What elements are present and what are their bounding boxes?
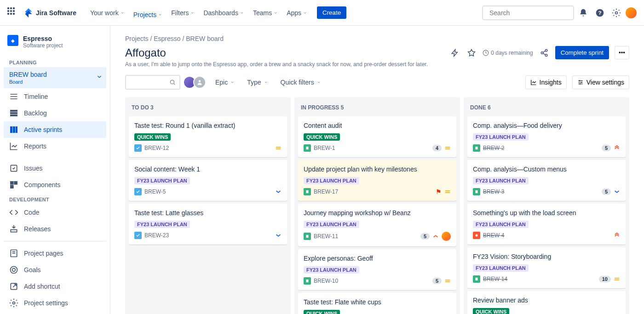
issue-card[interactable]: Taste test: Round 1 (vanilla extract) QU… <box>129 116 287 157</box>
svg-rect-12 <box>14 182 17 185</box>
star-icon[interactable] <box>466 47 477 58</box>
svg-rect-25 <box>276 147 281 148</box>
issue-card[interactable]: FY23 Vision: Storyboarding FY23 LAUNCH P… <box>467 247 626 288</box>
card-title: Something's up with the load screen <box>473 209 620 217</box>
sidebar-project-settings[interactable]: Project settings <box>4 295 106 311</box>
card-title: Journey mapping workshop w/ Beanz <box>304 209 451 217</box>
quick-filters[interactable]: Quick filters <box>277 76 324 89</box>
svg-point-15 <box>11 267 17 274</box>
issue-card[interactable]: Taste test: Latte glasses FY23 LAUNCH PL… <box>129 204 287 245</box>
issue-card[interactable]: Comp. analysis—Custom menus FY23 LAUNCH … <box>467 160 626 201</box>
epic-tag[interactable]: FY23 LAUNCH PLAN <box>134 221 190 228</box>
svg-rect-8 <box>13 126 15 132</box>
epic-tag[interactable]: FY23 LAUNCH PLAN <box>473 133 529 141</box>
issue-key: BREW-23 <box>144 232 169 239</box>
svg-rect-42 <box>615 280 620 280</box>
sidebar-backlog[interactable]: Backlog <box>4 105 106 121</box>
insights-button[interactable]: Insights <box>525 75 567 89</box>
svg-rect-37 <box>476 147 478 149</box>
svg-point-3 <box>615 11 618 14</box>
issue-card[interactable]: Social content: Week 1 FY23 LAUNCH PLAN … <box>129 160 287 201</box>
user-avatar[interactable] <box>626 7 637 18</box>
card-title: Comp. analysis—Food delivery <box>473 122 620 129</box>
product-logo[interactable]: Jira Software <box>24 8 76 17</box>
epic-tag[interactable]: FY23 LAUNCH PLAN <box>473 264 529 272</box>
svg-rect-30 <box>306 190 309 193</box>
share-icon[interactable] <box>539 47 550 58</box>
card-title: Review banner ads <box>473 297 620 304</box>
breadcrumb-project[interactable]: Espresso <box>154 35 180 42</box>
issue-key: BREW-2 <box>483 145 504 151</box>
epic-tag[interactable]: QUICK WINS <box>304 310 340 314</box>
issue-card[interactable]: Review banner ads QUICK WINS BREW-20 <box>467 291 626 314</box>
avatar-unassigned[interactable] <box>193 76 206 89</box>
issue-card[interactable]: Content audit QUICK WINS BREW-1 4 <box>298 116 456 157</box>
sidebar-project-pages[interactable]: Project pages <box>4 245 106 262</box>
chart-icon <box>530 79 537 86</box>
breadcrumb-projects[interactable]: Projects <box>125 35 149 42</box>
epic-tag[interactable]: QUICK WINS <box>304 133 340 141</box>
issue-key: BREW-17 <box>314 188 338 195</box>
svg-rect-5 <box>11 112 17 114</box>
sidebar-code[interactable]: Code <box>4 204 106 221</box>
epic-tag[interactable]: FY23 LAUNCH PLAN <box>304 221 359 228</box>
more-actions-button[interactable]: ••• <box>615 46 629 59</box>
column-done: DONE 6 Comp. analysis—Food delivery FY23… <box>464 97 629 314</box>
svg-point-24 <box>199 80 201 82</box>
global-search[interactable] <box>482 6 574 20</box>
nav-dashboards[interactable]: Dashboards <box>199 6 248 20</box>
column-header: IN PROGRESS 5 <box>298 101 456 116</box>
sidebar-goals[interactable]: Goals <box>4 262 106 278</box>
view-settings-button[interactable]: View settings <box>572 75 629 89</box>
epic-filter[interactable]: Epic <box>212 76 238 89</box>
nav-filters[interactable]: Filters <box>167 6 199 20</box>
epic-tag[interactable]: QUICK WINS <box>134 133 171 141</box>
svg-rect-27 <box>306 147 309 149</box>
epic-tag[interactable]: FY23 LAUNCH PLAN <box>304 266 359 274</box>
sidebar-reports[interactable]: Reports <box>4 138 106 154</box>
column-header: DONE 6 <box>467 101 626 116</box>
svg-rect-6 <box>11 114 17 116</box>
sidebar-timeline[interactable]: Timeline <box>4 88 106 105</box>
sidebar-components[interactable]: Components <box>4 177 106 193</box>
create-button[interactable]: Create <box>317 6 346 19</box>
nav-projects[interactable]: Projects <box>129 6 167 28</box>
board-search[interactable] <box>125 75 180 90</box>
nav-teams[interactable]: Teams <box>248 6 282 20</box>
sidebar-board-picker[interactable]: BREW board Board <box>4 67 106 88</box>
search-input[interactable] <box>489 9 570 17</box>
card-title: Taste test: Latte glasses <box>134 209 282 217</box>
svg-rect-36 <box>445 281 450 282</box>
nav-your-work[interactable]: Your work <box>86 6 129 20</box>
notifications-icon[interactable] <box>576 6 591 20</box>
settings-icon[interactable] <box>609 6 624 20</box>
issue-card[interactable]: Comp. analysis—Food delivery FY23 LAUNCH… <box>467 116 626 157</box>
issue-card[interactable]: Taste test: Flate white cups QUICK WINS … <box>298 293 456 314</box>
complete-sprint-button[interactable]: Complete sprint <box>555 46 609 59</box>
type-filter[interactable]: Type <box>243 76 271 89</box>
epic-tag[interactable]: FY23 LAUNCH PLAN <box>473 177 529 184</box>
issue-card[interactable]: Update project plan with key milestones … <box>298 160 456 201</box>
issue-card[interactable]: Journey mapping workshop w/ Beanz FY23 L… <box>298 204 456 246</box>
breadcrumb-board[interactable]: BREW board <box>186 35 224 42</box>
epic-tag[interactable]: FY23 LAUNCH PLAN <box>134 177 190 184</box>
sidebar-issues[interactable]: Issues <box>4 160 106 177</box>
project-icon: ◆ <box>7 35 18 46</box>
issue-card[interactable]: Something's up with the load screen FY23… <box>467 204 626 245</box>
jira-icon <box>24 8 33 17</box>
sliders-icon <box>577 79 584 86</box>
issue-key: BREW-10 <box>314 278 338 284</box>
app-switcher-icon[interactable] <box>7 7 18 18</box>
epic-tag[interactable]: FY23 LAUNCH PLAN <box>304 177 359 184</box>
sidebar-add-shortcut[interactable]: Add shortcut <box>4 278 106 295</box>
epic-tag[interactable]: QUICK WINS <box>473 308 509 314</box>
sidebar-active-sprints[interactable]: Active sprints <box>4 121 106 138</box>
nav-apps[interactable]: Apps <box>282 6 311 20</box>
sidebar-releases[interactable]: Releases <box>4 221 106 237</box>
epic-tag[interactable]: FY23 LAUNCH PLAN <box>473 221 529 228</box>
issue-card[interactable]: Explore personas: Geoff FY23 LAUNCH PLAN… <box>298 249 456 290</box>
project-header[interactable]: ◆ Espresso Software project <box>4 33 106 56</box>
automation-icon[interactable] <box>449 47 460 58</box>
help-icon[interactable]: ? <box>592 6 607 20</box>
assignee-filter[interactable] <box>186 76 206 89</box>
